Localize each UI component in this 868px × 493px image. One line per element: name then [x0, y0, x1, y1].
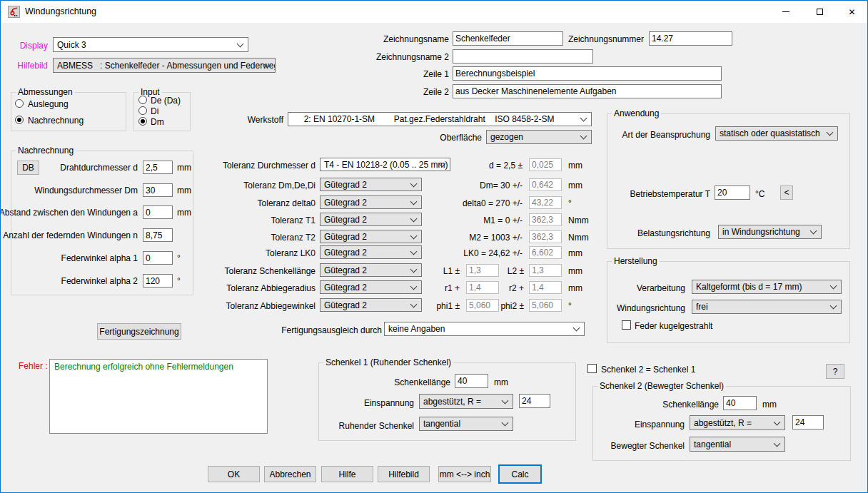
abbrechen-button[interactable]: Abbrechen	[264, 466, 316, 482]
tol-dm-select[interactable]: Gütegrad 2	[320, 178, 422, 191]
minimize-icon[interactable]	[769, 1, 802, 23]
hilfebild-button[interactable]: Hilfebild	[378, 466, 430, 482]
windungen-label: Anzahl der federnden Windungen n	[3, 230, 138, 240]
hilfebild-select[interactable]: ABMESS : Schenkelfeder - Abmessungen und…	[53, 58, 276, 73]
betriebstemperatur-label: Betriebstemperatur T	[630, 189, 711, 199]
zeichnungsnummer-input[interactable]	[649, 31, 732, 46]
chevron-down-icon	[502, 397, 509, 404]
tol-t2-select[interactable]: Gütegrad 2	[320, 230, 422, 243]
tol-t2-label: Toleranz T2	[271, 233, 316, 243]
tol-durchmesser-select[interactable]: T4 - EN 10218-2 (0.05 .. 25 mm)	[320, 158, 450, 171]
tol-dm-label: Toleranz Dm,De,Di	[243, 181, 316, 190]
abstand-unit: mm	[177, 208, 191, 218]
radio-di[interactable]	[138, 106, 147, 115]
tol-l1-value	[466, 264, 499, 277]
tol-durchmesser-value	[529, 158, 562, 171]
windungen-input[interactable]	[143, 228, 173, 242]
schenkel2-title: Schenkel 2 (Bewegter Schenkel)	[597, 381, 726, 391]
hilfe-button[interactable]: Hilfe	[321, 466, 373, 482]
dialog-window: Windungsrichtung ✕ Display Quick 3 Hilfe…	[0, 0, 868, 493]
close-icon[interactable]: ✕	[836, 1, 868, 23]
mm-inch-button[interactable]: mm <--> inch	[438, 466, 491, 482]
schenkel2-link-checkbox[interactable]	[587, 364, 597, 373]
schenkel2-laenge-input[interactable]	[723, 396, 757, 410]
tol-durchmesser-unit: mm	[568, 161, 582, 171]
schenkel1-laenge-input[interactable]	[455, 374, 488, 388]
federwinkel1-input[interactable]	[143, 251, 173, 265]
betriebstemperatur-input[interactable]	[715, 185, 750, 200]
tol-lk0-formula: LK0 = 24,62 +/-	[463, 248, 523, 258]
kugelgestrahlt-checkbox[interactable]	[622, 320, 631, 330]
radio-dm[interactable]	[138, 117, 147, 126]
tol-phi1-formula: phi1 ±	[436, 301, 460, 311]
db-button[interactable]: DB	[17, 161, 39, 175]
schenkel1-einspannung-select[interactable]: abgestützt, R =	[419, 394, 513, 409]
chevron-down-icon	[410, 265, 418, 273]
tol-dm-value	[529, 178, 562, 191]
chevron-down-icon	[830, 303, 837, 310]
zeile2-input[interactable]	[453, 84, 722, 98]
verarbeitung-label: Verarbeitung	[637, 283, 685, 293]
app-icon[interactable]	[8, 6, 20, 18]
windungsdurchmesser-input[interactable]	[143, 183, 173, 197]
tol-abbiegeradius-label: Toleranz Abbiegeradius	[226, 283, 316, 293]
schenkel1-art-select[interactable]: tangential	[419, 417, 513, 431]
tol-l2-formula: L2 ±	[508, 266, 524, 276]
schenkel2-radius-input[interactable]	[792, 415, 824, 430]
schenkel1-laenge-unit: mm	[494, 377, 508, 387]
chevron-down-icon	[573, 325, 580, 332]
schenkel1-radius-input[interactable]	[519, 394, 550, 408]
drahtdurchmesser-input[interactable]	[143, 161, 173, 174]
radio-auslegung[interactable]	[15, 99, 24, 108]
fertigungsausgleich-select[interactable]: keine Angaben	[384, 322, 585, 336]
abmessungen-title: Abmessungen	[16, 87, 75, 97]
zeile1-input[interactable]	[453, 66, 722, 81]
schenkel2-einspannung-select[interactable]: abgestützt, R =	[690, 415, 785, 430]
oberflaeche-select[interactable]: gezogen	[486, 130, 592, 144]
fehler-message-box: Berechnung erfolgreich ohne Fehlermeldun…	[49, 359, 268, 434]
schenkel2-art-select[interactable]: tangential	[690, 437, 785, 452]
help-button[interactable]: ?	[826, 364, 844, 379]
zeichnungsname-label: Zeichnungsname	[383, 34, 449, 44]
belastungsrichtung-label: Belastungsrichtung	[637, 228, 710, 238]
chevron-down-icon	[774, 418, 781, 425]
zeichnungsname2-input[interactable]	[453, 49, 593, 63]
display-select[interactable]: Quick 3	[53, 37, 248, 52]
schenkel1-laenge-label: Schenkellänge	[394, 377, 450, 387]
fehler-label: Fehler :	[19, 361, 48, 371]
chevron-down-icon	[830, 283, 837, 290]
tol-schenkellaenge-select[interactable]: Gütegrad 2	[320, 263, 422, 277]
tol-t1-select[interactable]: Gütegrad 2	[320, 213, 422, 226]
tol-abbiegewinkel-select[interactable]: Gütegrad 2	[320, 298, 422, 312]
tol-r1-formula: r1 +	[445, 283, 460, 293]
verarbeitung-select[interactable]: Kaltgeformt (bis d = 17 mm)	[692, 280, 842, 294]
radio-nachrechnung[interactable]	[15, 116, 24, 124]
zeichnungsname-input[interactable]	[453, 31, 563, 46]
nachrechnung-title: Nachrechnung	[16, 146, 76, 156]
radio-de[interactable]	[138, 96, 147, 104]
radio-di-label: Di	[151, 106, 158, 116]
kugelgestrahlt-label: Feder kugelgestrahlt	[635, 321, 712, 331]
chevron-down-icon	[410, 248, 418, 255]
schenkel1-art-label: Ruhender Schenkel	[339, 421, 414, 431]
radio-dm-label: Dm	[151, 117, 164, 127]
tol-delta0-select[interactable]: Gütegrad 2	[320, 195, 422, 209]
tol-l2-value	[529, 264, 562, 277]
calc-button[interactable]: Calc	[498, 464, 542, 484]
schenkel2-laenge-unit: mm	[762, 400, 777, 410]
windungsrichtung-label: Windungsrichtung	[617, 303, 685, 313]
fertigungszeichnung-button[interactable]: Fertigungszeichnung	[97, 323, 181, 340]
maximize-icon[interactable]	[803, 1, 836, 23]
belastungsrichtung-select[interactable]: in Windungsrichtung	[718, 225, 822, 239]
chevron-down-icon	[237, 40, 244, 47]
ok-button[interactable]: OK	[208, 466, 260, 482]
temperatur-less-button[interactable]: <	[780, 185, 793, 200]
zeile1-label: Zeile 1	[423, 69, 449, 79]
abstand-input[interactable]	[143, 205, 173, 219]
tol-lk0-select[interactable]: Gütegrad 2	[320, 245, 422, 259]
werkstoff-select[interactable]: 2: EN 10270-1-SM Pat.gez.Federstahldraht…	[288, 112, 592, 126]
tol-abbiegeradius-select[interactable]: Gütegrad 2	[320, 280, 422, 294]
beanspruchung-select[interactable]: statisch oder quasistatisch	[715, 126, 838, 141]
windungsrichtung-select[interactable]: frei	[692, 300, 842, 314]
federwinkel2-input[interactable]	[143, 274, 173, 288]
